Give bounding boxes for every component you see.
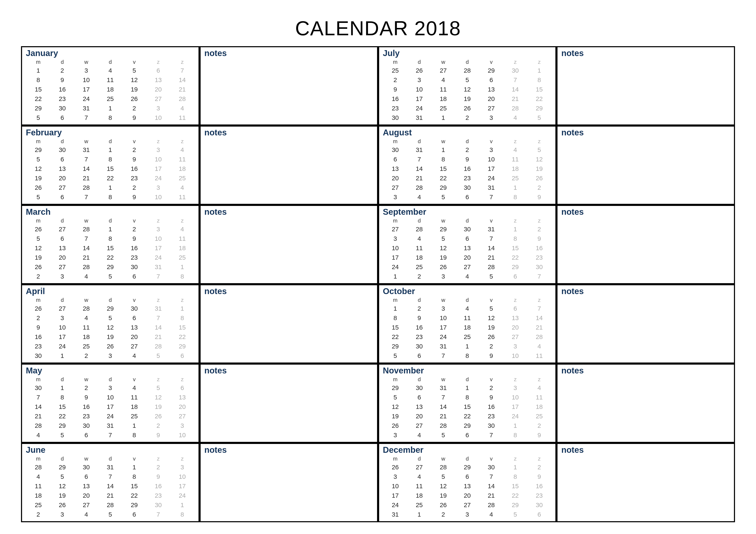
day-cell: 11 [98,75,122,85]
day-header: z [503,138,527,145]
day-cell: 31 [431,342,455,351]
day-cell: 14 [74,243,98,253]
day-cell: 2 [146,421,170,430]
day-cell: 5 [527,145,551,155]
day-cell: 27 [407,462,431,472]
day-cell: 30 [50,104,74,113]
day-cell: 4 [122,383,146,393]
day-cell: 29 [170,342,194,351]
day-header: z [170,58,194,66]
day-grid: mdwdvzz293031123456789101112131415161718… [382,376,553,440]
day-grid: mdwdvzz303112345678910111213141516171819… [382,138,553,202]
day-cell: 14 [503,85,527,94]
day-cell: 4 [122,351,146,360]
day-cell: 1 [527,66,551,75]
day-cell: 10 [479,155,503,164]
day-cell: 28 [407,224,431,234]
day-header: w [431,296,455,304]
day-cell: 1 [431,113,455,122]
day-cell: 1 [98,183,122,192]
day-cell: 13 [407,402,431,411]
day-cell: 16 [407,323,431,332]
day-cell: 24 [383,500,407,510]
day-cell: 6 [50,155,74,164]
day-cell: 8 [98,113,122,122]
day-cell: 28 [479,262,503,272]
day-cell: 10 [383,481,407,491]
day-cell: 9 [407,313,431,323]
day-cell: 16 [50,85,74,94]
day-cell: 17 [383,491,407,500]
day-cell: 20 [455,491,479,500]
day-header: w [74,455,98,462]
day-cell: 8 [431,155,455,164]
day-cell: 6 [479,75,503,85]
day-cell: 18 [431,94,455,104]
day-header: z [503,376,527,383]
day-cell: 8 [383,313,407,323]
day-cell: 9 [122,192,146,202]
day-cell: 19 [98,332,122,342]
day-cell: 1 [383,272,407,281]
day-cell: 6 [146,66,170,75]
day-cell: 16 [74,402,98,411]
day-cell: 5 [26,234,50,243]
day-cell: 15 [455,402,479,411]
day-cell: 3 [146,224,170,234]
day-grid: mdwdvzz123456789101112131415161718192021… [382,296,553,360]
day-cell: 13 [383,164,407,173]
day-cell: 29 [431,224,455,234]
day-cell: 18 [98,85,122,94]
day-cell: 1 [170,500,194,510]
day-header: w [74,58,98,66]
day-cell: 8 [122,472,146,481]
day-header: z [527,376,551,383]
day-header: v [479,138,503,145]
day-cell: 4 [170,104,194,113]
day-cell: 2 [431,510,455,519]
day-cell: 27 [50,183,74,192]
day-cell: 6 [407,393,431,402]
day-cell: 30 [74,462,98,472]
day-cell: 21 [527,323,551,332]
day-cell: 22 [122,491,146,500]
day-header: z [527,217,551,224]
day-cell: 1 [98,104,122,113]
day-header: d [455,296,479,304]
day-cell: 15 [527,85,551,94]
month-cell-february: Februarymdwdvzz2930311234567891011121314… [21,126,200,205]
day-cell: 12 [98,323,122,332]
day-cell: 22 [455,411,479,421]
day-cell: 19 [431,253,455,262]
day-cell: 29 [455,421,479,430]
day-cell: 27 [503,332,527,342]
day-cell: 5 [383,351,407,360]
day-cell: 5 [146,383,170,393]
day-cell: 3 [479,113,503,122]
day-header: z [146,58,170,66]
day-cell: 7 [26,393,50,402]
day-cell: 13 [503,313,527,323]
day-header: v [479,455,503,462]
page-title: CALENDAR 2018 [21,17,735,40]
day-cell: 10 [146,113,170,122]
day-cell: 27 [407,421,431,430]
day-cell: 29 [26,104,50,113]
day-cell: 28 [407,183,431,192]
day-cell: 6 [170,383,194,393]
day-cell: 1 [407,510,431,519]
day-cell: 11 [170,234,194,243]
day-grid: mdwdvzz272829303112345678910111213141516… [382,217,553,281]
day-cell: 8 [455,393,479,402]
day-cell: 31 [479,224,503,234]
day-cell: 3 [407,75,431,85]
day-cell: 11 [527,393,551,402]
day-header: d [407,296,431,304]
day-cell: 30 [527,500,551,510]
day-cell: 1 [383,304,407,313]
day-header: w [431,455,455,462]
notes-label: notes [203,445,374,455]
day-grid: mdwdvzz262728293012345678910111213141516… [382,455,553,519]
day-cell: 17 [50,332,74,342]
day-cell: 29 [383,342,407,351]
